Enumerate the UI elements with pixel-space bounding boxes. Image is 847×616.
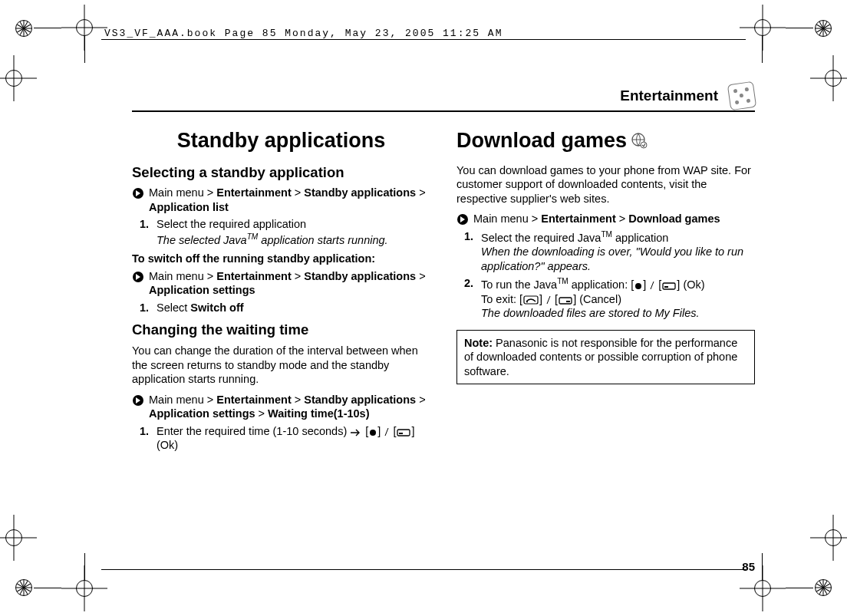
section-title: Entertainment <box>620 87 718 104</box>
arrow-bullet-icon <box>132 271 144 283</box>
svg-rect-5 <box>399 433 403 434</box>
reg-mark-right-lower <box>810 515 847 561</box>
reg-mark-left-upper <box>0 55 37 101</box>
slash-icon <box>546 295 551 305</box>
list-item: 1. Select the required JavaTM applicatio… <box>456 229 755 273</box>
page-root: VS3_VF_AAA.book Page 85 Monday, May 23, … <box>0 0 847 616</box>
heading-standby-applications: Standby applications <box>132 127 430 154</box>
reg-mark-top-right <box>740 5 786 51</box>
breadcrumb-text: Main menu > Entertainment > Standby appl… <box>149 393 430 421</box>
heading-waiting-time: Changing the waiting time <box>132 321 430 339</box>
result-text: The selected JavaTM application starts r… <box>157 232 430 247</box>
joystick-icon <box>369 429 377 436</box>
globe-link-icon <box>630 131 648 150</box>
crop-tick <box>762 35 763 63</box>
breadcrumb-text: Main menu > Entertainment > Download gam… <box>473 212 755 226</box>
section-header: Entertainment <box>132 83 755 112</box>
wheel-icon <box>815 20 832 37</box>
steps-list: 1. Select the required application The s… <box>132 217 430 247</box>
page-number: 85 <box>742 560 755 573</box>
wheel-icon <box>15 20 32 37</box>
crop-tick <box>786 588 813 588</box>
crop-tick <box>84 553 85 581</box>
breadcrumb-text: Main menu > Entertainment > Standby appl… <box>149 186 430 214</box>
steps-list: 1. Enter the required time (1-10 seconds… <box>132 424 430 453</box>
crop-tick <box>34 28 61 28</box>
svg-rect-15 <box>566 301 570 302</box>
crop-tick <box>34 588 61 588</box>
dice-icon <box>727 81 756 110</box>
joystick-icon <box>634 282 642 290</box>
heading-selecting: Selecting a standby application <box>132 163 430 182</box>
list-item: 1. Select the required application The s… <box>132 217 430 247</box>
right-column: Download games You can download games to… <box>456 123 755 456</box>
header-rule <box>101 39 746 40</box>
breadcrumb: Main menu > Entertainment > Standby appl… <box>132 269 430 298</box>
heading-download-games: Download games <box>456 127 755 154</box>
arrow-bullet-icon <box>132 394 144 407</box>
list-item: 1. Enter the required time (1-10 seconds… <box>132 424 430 453</box>
breadcrumb: Main menu > Entertainment > Standby appl… <box>132 186 430 214</box>
steps-list: 1. Select the required JavaTM applicatio… <box>456 229 755 321</box>
steps-list: 1. Select Switch off <box>132 301 430 315</box>
list-item: 2. To run the JavaTM application: [] [] … <box>456 276 755 320</box>
softkey-icon <box>397 429 410 436</box>
softkey-icon <box>662 282 676 290</box>
softkey-icon <box>559 297 572 305</box>
svg-rect-11 <box>664 286 668 288</box>
crop-tick <box>786 28 813 28</box>
breadcrumb-text: Main menu > Entertainment > Standby appl… <box>149 269 430 298</box>
subheading-switch-off: To switch off the running standby applic… <box>132 252 430 266</box>
slash-icon <box>650 281 654 290</box>
breadcrumb: Main menu > Entertainment > Standby appl… <box>132 393 430 421</box>
note-body: Panasonic is not responsible for the per… <box>464 337 737 377</box>
running-header: VS3_VF_AAA.book Page 85 Monday, May 23, … <box>104 28 503 39</box>
svg-rect-12 <box>524 296 538 304</box>
slash-icon <box>384 427 389 436</box>
crop-tick <box>762 553 763 581</box>
arrow-bullet-icon <box>132 187 144 199</box>
note-box: Note: Panasonic is not responsible for t… <box>456 330 755 385</box>
reg-mark-left-lower <box>0 515 37 561</box>
paragraph: You can download games to your phone fro… <box>456 163 755 206</box>
crop-tick <box>84 35 85 63</box>
content-area: Entertainment Standby applications Selec… <box>132 83 755 547</box>
svg-point-9 <box>635 283 641 289</box>
list-item: 1. Select Switch off <box>132 301 430 315</box>
wheel-icon <box>15 579 32 596</box>
right-arrow-icon <box>351 429 361 436</box>
result-text: The downloaded files are stored to My Fi… <box>481 306 755 321</box>
left-column: Standby applications Selecting a standby… <box>132 123 430 456</box>
arrow-bullet-icon <box>456 213 469 226</box>
paragraph: You can change the duration of the inter… <box>132 344 430 387</box>
end-key-icon <box>523 295 539 305</box>
svg-point-3 <box>370 430 376 436</box>
result-text: When the downloading is over, "Would you… <box>481 245 755 273</box>
breadcrumb: Main menu > Entertainment > Download gam… <box>456 212 755 226</box>
two-column-layout: Standby applications Selecting a standby… <box>132 123 755 456</box>
footer-rule <box>101 569 746 570</box>
reg-mark-right-upper <box>810 55 847 101</box>
note-label: Note: <box>464 337 493 349</box>
svg-point-13 <box>526 301 528 302</box>
wheel-icon <box>815 579 832 596</box>
